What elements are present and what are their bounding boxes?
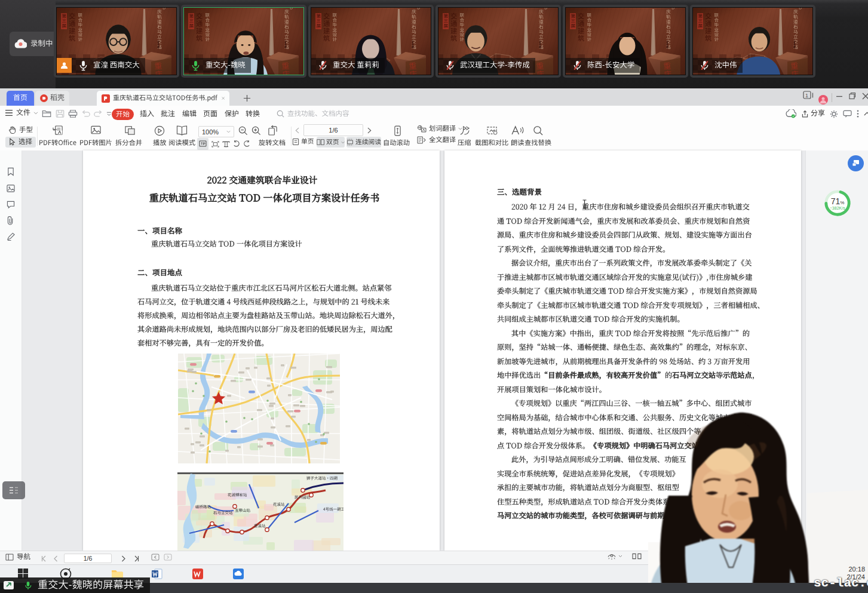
svg-text:1: 1 bbox=[805, 93, 808, 99]
